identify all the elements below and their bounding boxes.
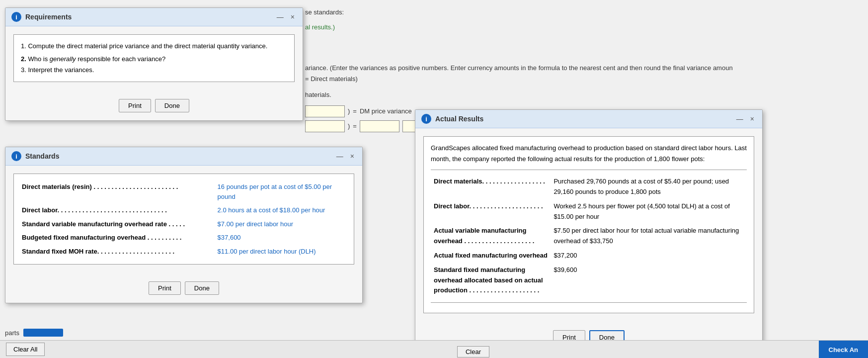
standards-row-3-label: Standard variable manufacturing overhead… <box>21 217 217 231</box>
main-background: se standards: al results.) ariance. (Ent… <box>0 0 868 358</box>
actual-results-title: Actual Results <box>435 115 730 123</box>
requirements-dialog-header: i Requirements — × <box>5 8 303 26</box>
standards-print-button[interactable]: Print <box>149 281 181 295</box>
actual-results-dialog: i Actual Results — × GrandScapes allocat… <box>415 109 763 353</box>
ar-row-4-label: Actual fixed manufacturing overhead <box>432 249 551 263</box>
standards-content: Direct materials (resin) . . . . . . . .… <box>13 174 354 265</box>
materials-label: haterials. <box>305 90 861 100</box>
ar-row-2-label: Direct labor. . . . . . . . . . . . . . … <box>432 200 551 224</box>
ar-row-3-value: $7.50 per direct labor hour for total ac… <box>552 224 746 248</box>
requirements-done-button[interactable]: Done <box>155 99 189 112</box>
actual-results-content: GrandScapes allocated fixed manufacturin… <box>423 136 754 313</box>
clear-all-button[interactable]: Clear All <box>6 343 45 356</box>
requirements-info-icon: i <box>11 12 21 22</box>
clear-button-area: Clear <box>449 346 498 358</box>
requirements-close-button[interactable]: × <box>289 13 297 20</box>
standards-info-icon: i <box>11 151 21 161</box>
requirements-controls: — × <box>275 13 297 20</box>
ar-row-4-value: $37,200 <box>552 249 746 263</box>
ar-row-2-value: Worked 2.5 hours per flower pot (4,500 t… <box>552 200 746 224</box>
standards-close-button[interactable]: × <box>348 153 356 160</box>
standards-row-3-value: $7.00 per direct labor hour <box>217 217 347 231</box>
parts-progress-bar <box>23 329 63 337</box>
requirements-dialog: i Requirements — × 1. Compute the direct… <box>5 7 303 121</box>
parts-label: parts <box>5 329 19 337</box>
standards-row-5-value: $11.00 per direct labor hour (DLH) <box>217 245 347 259</box>
standards-title: Standards <box>25 152 330 160</box>
ar-row-1-value: Purchased 29,760 pounds at a cost of $5.… <box>552 175 746 199</box>
actual-results-body: GrandScapes allocated fixed manufacturin… <box>415 128 762 328</box>
formula-note: = Direct materials) <box>305 74 861 85</box>
standards-dialog-header: i Standards — × <box>5 147 362 166</box>
standards-dialog: i Standards — × Direct materials (resin)… <box>5 147 363 303</box>
table-row: Standard fixed manufacturing overhead al… <box>432 264 746 297</box>
standards-row-1-value: 16 pounds per pot at a cost of $5.00 per… <box>217 180 347 203</box>
ar-row-5-label: Standard fixed manufacturing overhead al… <box>432 264 551 297</box>
standards-row-4-label: Budgeted fixed manufacturing overhead . … <box>21 231 217 245</box>
actual-results-intro: GrandScapes allocated fixed manufacturin… <box>431 143 747 165</box>
check-answer-button[interactable]: Check An <box>819 341 868 358</box>
formula-input-3[interactable] <box>360 120 399 132</box>
requirements-title: Requirements <box>25 13 271 21</box>
requirements-body: 1. Compute the direct material price var… <box>5 26 303 97</box>
variance-instruction: ariance. (Enter the variances as positiv… <box>305 63 861 74</box>
requirements-footer: Print Done <box>5 97 303 120</box>
standards-row-5-label: Standard fixed MOH rate. . . . . . . . .… <box>21 245 217 259</box>
table-row: Standard fixed MOH rate. . . . . . . . .… <box>21 245 347 259</box>
standards-row-1-label: Direct materials (resin) . . . . . . . .… <box>21 180 217 203</box>
standards-done-button[interactable]: Done <box>185 281 219 295</box>
standards-table: Direct materials (resin) . . . . . . . .… <box>21 180 347 258</box>
standards-body: Direct materials (resin) . . . . . . . .… <box>5 166 362 279</box>
divider <box>431 170 747 170</box>
actual-results-close-button[interactable]: × <box>748 115 756 122</box>
main-text-1: se standards: <box>305 7 861 18</box>
requirements-line3: 3. Interpret the variances. <box>21 65 287 76</box>
table-row: Actual variable manufacturing overhead .… <box>432 224 746 248</box>
actual-results-info-icon: i <box>421 114 431 124</box>
actual-results-minimize-button[interactable]: — <box>734 115 745 122</box>
main-text-2: al results.) <box>305 22 861 33</box>
table-row: Standard variable manufacturing overhead… <box>21 217 347 231</box>
ar-row-3-label: Actual variable manufacturing overhead .… <box>432 224 551 248</box>
requirements-minimize-button[interactable]: — <box>275 13 286 20</box>
table-row: Direct materials. . . . . . . . . . . . … <box>432 175 746 199</box>
actual-results-dialog-header: i Actual Results — × <box>415 110 762 128</box>
requirements-line1: 1. Compute the direct material price var… <box>21 41 287 52</box>
standards-controls: — × <box>334 153 356 160</box>
requirements-line2: 2. Who is generally responsible for each… <box>21 54 287 65</box>
table-row: Actual fixed manufacturing overhead $37,… <box>432 249 746 263</box>
table-row: Direct materials (resin) . . . . . . . .… <box>21 180 347 203</box>
table-row: Budgeted fixed manufacturing overhead . … <box>21 231 347 245</box>
ar-row-1-label: Direct materials. . . . . . . . . . . . … <box>432 175 551 199</box>
divider-bottom <box>431 302 747 303</box>
bottom-bar: Clear All Check An <box>0 340 868 358</box>
requirements-print-button[interactable]: Print <box>119 99 151 112</box>
actual-results-controls: — × <box>734 115 756 122</box>
clear-button[interactable]: Clear <box>457 346 489 358</box>
parts-remaining-area: parts <box>0 325 68 340</box>
standards-minimize-button[interactable]: — <box>334 153 345 160</box>
requirements-content: 1. Compute the direct material price var… <box>13 34 295 82</box>
standards-footer: Print Done <box>5 279 362 303</box>
table-row: Direct labor. . . . . . . . . . . . . . … <box>432 200 746 224</box>
formula-input-2[interactable] <box>305 120 345 132</box>
ar-row-5-value: $39,600 <box>552 264 746 297</box>
standards-row-2-label: Direct labor. . . . . . . . . . . . . . … <box>21 203 217 217</box>
formula-input-1[interactable] <box>305 105 345 117</box>
actual-results-table: Direct materials. . . . . . . . . . . . … <box>431 174 747 298</box>
standards-row-4-value: $37,600 <box>217 231 347 245</box>
standards-row-2-value: 2.0 hours at a cost of $18.00 per hour <box>217 203 347 217</box>
table-row: Direct labor. . . . . . . . . . . . . . … <box>21 203 347 217</box>
